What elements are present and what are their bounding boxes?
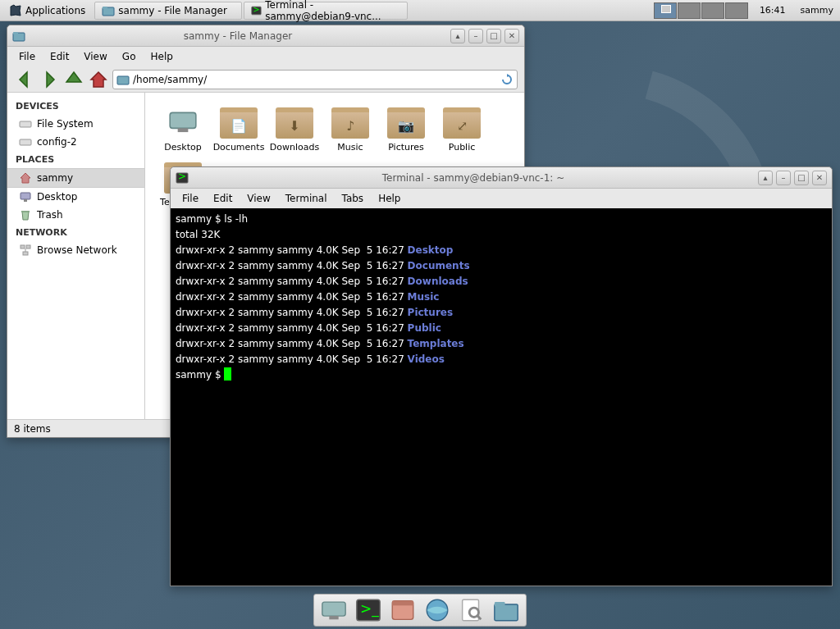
menu-view[interactable]: View — [77, 48, 113, 65]
taskbar: sammy - File Manager > Terminal - sammy@… — [94, 2, 651, 20]
filemanager-toolbar — [7, 66, 524, 93]
svg-text:>: > — [253, 4, 260, 13]
filemanager-title: sammy - File Manager — [29, 30, 447, 42]
up-button[interactable] — [63, 69, 84, 90]
workspace-3[interactable] — [701, 2, 724, 19]
folder-icon — [102, 4, 115, 17]
menu-file[interactable]: File — [12, 48, 42, 65]
path-input[interactable] — [133, 74, 497, 85]
menu-edit[interactable]: Edit — [207, 190, 239, 207]
svg-rect-9 — [21, 193, 30, 199]
sidebar-item-label: File System — [37, 118, 94, 130]
user-menu[interactable]: sammy — [794, 5, 840, 16]
sidebar-item-network[interactable]: Browse Network — [7, 241, 144, 259]
sidebar-item-label: Browse Network — [37, 244, 117, 256]
terminal-line: drwxr-xr-x 2 sammy sammy 4.0K Sep 5 16:2… — [176, 336, 827, 352]
applications-menu-button[interactable]: Applications — [2, 2, 93, 20]
folder-label: Pictures — [388, 142, 424, 153]
dock-filemanager[interactable] — [388, 596, 418, 624]
shade-button[interactable]: ▴ — [450, 29, 465, 43]
terminal-window: > Terminal - sammy@debian9-vnc-1: ~ ▴ – … — [170, 166, 833, 586]
refresh-icon[interactable] — [500, 73, 514, 86]
terminal-title: Terminal - sammy@debian9-vnc-1: ~ — [192, 172, 755, 184]
svg-rect-21 — [329, 616, 338, 619]
folder-icon: 📷 — [387, 107, 425, 139]
folder-icon — [164, 107, 202, 139]
dock-search[interactable] — [457, 596, 486, 624]
taskbar-item-label: Terminal - sammy@debian9-vnc... — [265, 0, 400, 22]
svg-rect-14 — [23, 252, 28, 255]
menu-view[interactable]: View — [240, 190, 276, 207]
folder-item[interactable]: ⤢Public — [434, 103, 490, 157]
svg-rect-11 — [21, 211, 30, 212]
sidebar-item-filesystem[interactable]: File System — [7, 115, 144, 133]
menu-tabs[interactable]: Tabs — [336, 190, 371, 207]
apps-icon — [9, 4, 22, 17]
workspace-4[interactable] — [725, 2, 748, 19]
terminal-line: drwxr-xr-x 2 sammy sammy 4.0K Sep 5 16:2… — [176, 352, 827, 367]
home-button[interactable] — [88, 69, 109, 90]
sidebar-item-desktop[interactable]: Desktop — [7, 188, 144, 206]
clock[interactable]: 16:41 — [751, 5, 794, 16]
network-header: NETWORK — [7, 224, 144, 241]
path-bar — [112, 70, 518, 89]
shade-button[interactable]: ▴ — [758, 171, 773, 185]
dock-show-desktop[interactable] — [319, 596, 349, 624]
terminal-line: drwxr-xr-x 2 sammy sammy 4.0K Sep 5 16:2… — [176, 289, 827, 305]
menu-go[interactable]: Go — [116, 48, 143, 65]
workspace-1[interactable] — [654, 2, 677, 19]
menu-help[interactable]: Help — [144, 48, 179, 65]
home-icon — [19, 171, 32, 185]
folder-item[interactable]: Desktop — [155, 103, 211, 157]
drive-icon — [19, 135, 32, 148]
svg-rect-30 — [495, 604, 518, 621]
top-panel: Applications sammy - File Manager > Term… — [0, 0, 840, 21]
menu-file[interactable]: File — [176, 190, 205, 207]
folder-icon: ♪ — [331, 107, 369, 139]
back-button[interactable] — [14, 69, 35, 90]
folder-icon: ⤢ — [443, 107, 481, 139]
close-button[interactable]: ✕ — [812, 171, 827, 185]
filemanager-titlebar[interactable]: sammy - File Manager ▴ – □ ✕ — [7, 25, 524, 47]
dock-terminal[interactable]: >_ — [354, 596, 383, 624]
filemanager-menubar: File Edit View Go Help — [7, 47, 524, 66]
sidebar-item-home[interactable]: sammy — [7, 168, 144, 188]
folder-label: Downloads — [270, 142, 319, 153]
filemanager-sidebar: DEVICES File System config-2 PLACES samm… — [7, 93, 145, 419]
taskbar-item-filemanager[interactable]: sammy - File Manager — [94, 2, 242, 20]
terminal-line: sammy $ — [176, 367, 827, 383]
dock-browser[interactable] — [422, 596, 452, 624]
terminal-line: total 32K — [176, 227, 827, 243]
maximize-button[interactable]: □ — [486, 29, 501, 43]
svg-rect-10 — [24, 199, 27, 202]
svg-rect-8 — [20, 139, 31, 145]
menu-help[interactable]: Help — [372, 190, 407, 207]
forward-button[interactable] — [39, 69, 60, 90]
terminal-titlebar[interactable]: > Terminal - sammy@debian9-vnc-1: ~ ▴ – … — [171, 167, 832, 189]
pager-window-icon — [661, 5, 671, 13]
taskbar-item-terminal[interactable]: > Terminal - sammy@debian9-vnc... — [244, 2, 408, 20]
svg-rect-13 — [26, 245, 30, 248]
menu-edit[interactable]: Edit — [43, 48, 75, 65]
sidebar-item-label: config-2 — [37, 136, 77, 148]
sidebar-item-trash[interactable]: Trash — [7, 206, 144, 224]
terminal-icon: > — [176, 171, 189, 185]
terminal-body[interactable]: sammy $ ls -lhtotal 32Kdrwxr-xr-x 2 samm… — [171, 208, 832, 586]
svg-rect-12 — [21, 245, 25, 248]
minimize-button[interactable]: – — [468, 29, 483, 43]
folder-item[interactable]: 📄Documents — [211, 103, 267, 157]
terminal-line: drwxr-xr-x 2 sammy sammy 4.0K Sep 5 16:2… — [176, 321, 827, 336]
maximize-button[interactable]: □ — [794, 171, 809, 185]
sidebar-item-config2[interactable]: config-2 — [7, 133, 144, 151]
minimize-button[interactable]: – — [776, 171, 791, 185]
folder-item[interactable]: ⬇Downloads — [267, 103, 322, 157]
dock-folder[interactable] — [491, 596, 521, 624]
trash-icon — [19, 208, 32, 221]
close-button[interactable]: ✕ — [504, 29, 519, 43]
menu-terminal[interactable]: Terminal — [279, 190, 334, 207]
workspace-2[interactable] — [678, 2, 701, 19]
bottom-dock: >_ — [313, 594, 527, 627]
folder-item[interactable]: ♪Music — [322, 103, 378, 157]
terminal-icon: > — [251, 4, 262, 17]
folder-item[interactable]: 📷Pictures — [378, 103, 434, 157]
